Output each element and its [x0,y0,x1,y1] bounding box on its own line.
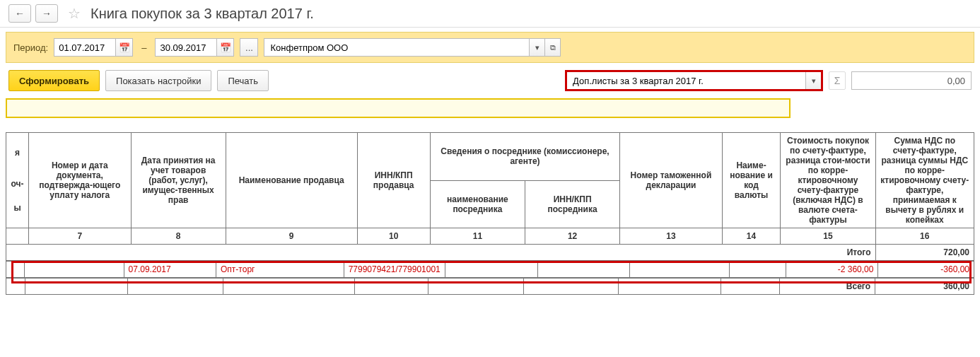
purchases-table-data: 07.09.2017 Опт-торг 7799079421/779901001… [6,261,974,278]
cell-12 [537,262,629,278]
column-number-16: 16 [875,228,974,245]
column-header-15: Стоимость покупок по счету-фактуре, разн… [781,133,875,228]
chevron-down-icon[interactable]: ▾ [805,72,821,89]
chevron-down-icon[interactable]: ▾ [529,39,544,56]
purchases-table: я оч- ы Номер и дата документа, подтверж… [6,132,974,261]
column-number-8: 8 [131,228,226,245]
date-to-field[interactable]: 📅 [155,38,234,57]
column-number-15: 15 [781,228,875,245]
vsego-value: 360,00 [875,279,974,295]
column-header-7: Номер и дата документа, подтвержда-ющего… [29,133,132,228]
additional-sheets-input[interactable] [567,72,805,89]
cell-9: Опт-торг [216,262,344,278]
back-button[interactable]: ← [8,4,31,23]
column-number-11: 11 [430,228,525,245]
date-to-input[interactable] [156,39,216,56]
cell-15: -2 360,00 [786,262,877,278]
sigma-icon: Σ [829,71,846,90]
sum-readout: 0,00 [851,71,972,90]
additional-sheets-select[interactable]: ▾ [565,70,823,91]
cell-14 [729,262,786,278]
vsego-row: Всего 360,00 [6,279,974,295]
itogo-row: Итого 720,00 [6,245,974,261]
arrow-right-icon: → [42,8,52,19]
cell-8: 07.09.2017 [124,262,216,278]
popout-icon[interactable]: ⧉ [544,39,560,56]
star-icon[interactable]: ☆ [68,5,81,22]
column-header-9: Наименование продавца [226,133,357,228]
print-button[interactable]: Печать [217,70,269,91]
cell-frag [6,262,25,278]
column-header-8: Дата принятия на учет товаров (работ, ус… [131,133,226,228]
organization-input[interactable] [264,39,529,56]
cell-10: 7799079421/779901001 [344,262,445,278]
period-dash: – [139,42,149,53]
column-number-12: 12 [525,228,620,245]
purchases-table-footer: Всего 360,00 [6,278,974,295]
arrow-left-icon: ← [15,8,25,19]
column-header-13: Номер таможенной декларации [620,133,723,228]
column-header-intermediary: Сведения о посреднике (комиссионере, аге… [430,133,619,181]
cell-11 [445,262,537,278]
column-header-11: наименование посредника [430,180,525,228]
period-label: Период: [13,42,48,53]
column-number-13: 13 [620,228,723,245]
cell-13 [630,262,729,278]
forward-button[interactable]: → [35,4,58,23]
column-number-9: 9 [226,228,357,245]
period-picker-button[interactable]: ... [240,38,258,57]
calendar-icon[interactable]: 📅 [216,39,233,56]
vsego-label: Всего [780,279,875,295]
column-header-14: Наиме-нование и код валюты [722,133,781,228]
report-highlight-strip [6,98,791,118]
cell-7 [25,262,124,278]
column-number-blank [6,228,29,245]
itogo-value: 720,00 [875,245,974,261]
table-row[interactable]: 07.09.2017 Опт-торг 7799079421/779901001… [6,262,974,278]
ellipsis-icon: ... [245,42,253,53]
generate-button[interactable]: Сформировать [8,70,100,91]
cell-16: -360,00 [878,262,974,278]
column-number-10: 10 [357,228,430,245]
column-header-12: ИНН/КПП посредника [525,180,620,228]
itogo-label: Итого [6,245,876,261]
organization-select[interactable]: ▾ ⧉ [264,38,561,57]
date-from-field[interactable]: 📅 [54,38,133,57]
column-header-fragment: я оч- ы [6,133,29,228]
column-header-16: Сумма НДС по счету-фактуре, разница сумм… [875,133,974,228]
calendar-icon[interactable]: 📅 [115,39,132,56]
period-bar: Период: 📅 – 📅 ... ▾ ⧉ [6,32,974,63]
show-settings-button[interactable]: Показать настройки [105,70,211,91]
column-number-14: 14 [722,228,781,245]
date-from-input[interactable] [54,39,115,56]
column-header-10: ИНН/КПП продавца [357,133,430,228]
page-title: Книга покупок за 3 квартал 2017 г. [91,6,314,22]
column-number-7: 7 [29,228,132,245]
